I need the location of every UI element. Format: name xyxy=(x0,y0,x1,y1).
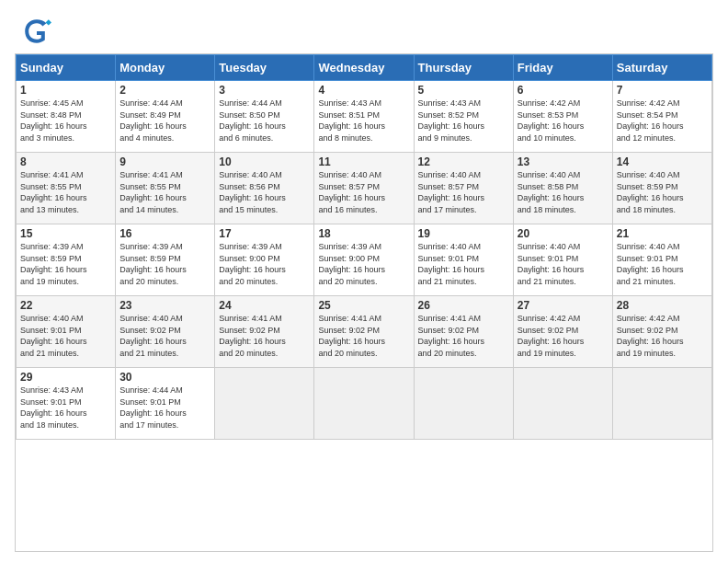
day-cell: 26Sunrise: 4:41 AM Sunset: 9:02 PM Dayli… xyxy=(414,296,513,368)
day-cell: 15Sunrise: 4:39 AM Sunset: 8:59 PM Dayli… xyxy=(17,224,116,296)
day-number: 4 xyxy=(318,84,409,97)
day-number: 23 xyxy=(119,299,210,312)
day-info: Sunrise: 4:43 AM Sunset: 9:01 PM Dayligh… xyxy=(20,385,111,431)
day-number: 30 xyxy=(119,371,210,384)
day-cell: 19Sunrise: 4:40 AM Sunset: 9:01 PM Dayli… xyxy=(414,224,513,296)
day-cell: 11Sunrise: 4:40 AM Sunset: 8:57 PM Dayli… xyxy=(314,153,414,224)
header-cell-saturday: Saturday xyxy=(612,55,711,81)
day-cell: 17Sunrise: 4:39 AM Sunset: 9:00 PM Dayli… xyxy=(215,224,314,296)
day-cell: 8Sunrise: 4:41 AM Sunset: 8:55 PM Daylig… xyxy=(17,153,116,224)
day-info: Sunrise: 4:40 AM Sunset: 8:59 PM Dayligh… xyxy=(617,169,708,215)
day-cell: 9Sunrise: 4:41 AM Sunset: 8:55 PM Daylig… xyxy=(116,153,215,224)
day-number: 2 xyxy=(119,84,210,97)
day-cell: 27Sunrise: 4:42 AM Sunset: 9:02 PM Dayli… xyxy=(513,296,612,368)
day-info: Sunrise: 4:45 AM Sunset: 8:48 PM Dayligh… xyxy=(20,98,111,144)
day-info: Sunrise: 4:44 AM Sunset: 8:49 PM Dayligh… xyxy=(119,98,210,144)
day-info: Sunrise: 4:40 AM Sunset: 9:01 PM Dayligh… xyxy=(518,241,609,287)
day-cell xyxy=(314,368,414,440)
day-number: 18 xyxy=(318,227,409,240)
day-cell xyxy=(513,368,612,440)
day-number: 9 xyxy=(119,155,210,168)
day-number: 7 xyxy=(617,84,708,97)
day-cell: 16Sunrise: 4:39 AM Sunset: 8:59 PM Dayli… xyxy=(116,224,215,296)
day-cell: 29Sunrise: 4:43 AM Sunset: 9:01 PM Dayli… xyxy=(17,368,116,440)
day-cell: 21Sunrise: 4:40 AM Sunset: 9:01 PM Dayli… xyxy=(612,224,711,296)
day-cell: 2Sunrise: 4:44 AM Sunset: 8:49 PM Daylig… xyxy=(116,81,215,153)
day-number: 20 xyxy=(518,227,609,240)
day-number: 21 xyxy=(617,227,708,240)
day-number: 25 xyxy=(318,299,409,312)
header-cell-sunday: Sunday xyxy=(17,55,116,81)
day-cell: 23Sunrise: 4:40 AM Sunset: 9:02 PM Dayli… xyxy=(116,296,215,368)
day-cell: 6Sunrise: 4:42 AM Sunset: 8:53 PM Daylig… xyxy=(513,81,612,153)
day-cell: 28Sunrise: 4:42 AM Sunset: 9:02 PM Dayli… xyxy=(612,296,711,368)
day-number: 13 xyxy=(518,155,609,168)
day-info: Sunrise: 4:42 AM Sunset: 8:54 PM Dayligh… xyxy=(617,98,708,144)
calendar: SundayMondayTuesdayWednesdayThursdayFrid… xyxy=(15,53,713,552)
calendar-table: SundayMondayTuesdayWednesdayThursdayFrid… xyxy=(16,54,712,440)
day-number: 26 xyxy=(418,299,509,312)
day-number: 11 xyxy=(318,155,409,168)
calendar-header: SundayMondayTuesdayWednesdayThursdayFrid… xyxy=(17,55,712,81)
day-info: Sunrise: 4:40 AM Sunset: 8:58 PM Dayligh… xyxy=(518,169,609,215)
day-number: 16 xyxy=(119,227,210,240)
day-info: Sunrise: 4:42 AM Sunset: 8:53 PM Dayligh… xyxy=(518,98,609,144)
day-info: Sunrise: 4:40 AM Sunset: 9:01 PM Dayligh… xyxy=(418,241,509,287)
day-number: 19 xyxy=(418,227,509,240)
day-cell: 1Sunrise: 4:45 AM Sunset: 8:48 PM Daylig… xyxy=(17,81,116,153)
day-info: Sunrise: 4:43 AM Sunset: 8:52 PM Dayligh… xyxy=(418,98,509,144)
day-info: Sunrise: 4:44 AM Sunset: 9:01 PM Dayligh… xyxy=(119,385,210,431)
header-cell-wednesday: Wednesday xyxy=(314,55,414,81)
day-number: 22 xyxy=(20,299,111,312)
day-cell: 13Sunrise: 4:40 AM Sunset: 8:58 PM Dayli… xyxy=(513,153,612,224)
day-cell: 7Sunrise: 4:42 AM Sunset: 8:54 PM Daylig… xyxy=(612,81,711,153)
header-cell-tuesday: Tuesday xyxy=(215,55,314,81)
header-cell-monday: Monday xyxy=(116,55,215,81)
day-info: Sunrise: 4:42 AM Sunset: 9:02 PM Dayligh… xyxy=(617,313,708,359)
day-number: 12 xyxy=(418,155,509,168)
day-info: Sunrise: 4:41 AM Sunset: 8:55 PM Dayligh… xyxy=(20,169,111,215)
day-cell: 12Sunrise: 4:40 AM Sunset: 8:57 PM Dayli… xyxy=(414,153,513,224)
week-row-0: 1Sunrise: 4:45 AM Sunset: 8:48 PM Daylig… xyxy=(17,81,712,153)
day-number: 24 xyxy=(219,299,310,312)
day-number: 14 xyxy=(617,155,708,168)
day-cell xyxy=(612,368,711,440)
day-number: 1 xyxy=(20,84,111,97)
day-cell: 14Sunrise: 4:40 AM Sunset: 8:59 PM Dayli… xyxy=(612,153,711,224)
day-number: 28 xyxy=(617,299,708,312)
day-info: Sunrise: 4:42 AM Sunset: 9:02 PM Dayligh… xyxy=(518,313,609,359)
week-row-3: 22Sunrise: 4:40 AM Sunset: 9:01 PM Dayli… xyxy=(17,296,712,368)
week-row-2: 15Sunrise: 4:39 AM Sunset: 8:59 PM Dayli… xyxy=(17,224,712,296)
day-cell: 3Sunrise: 4:44 AM Sunset: 8:50 PM Daylig… xyxy=(215,81,314,153)
day-number: 3 xyxy=(219,84,310,97)
day-number: 6 xyxy=(518,84,609,97)
day-info: Sunrise: 4:40 AM Sunset: 8:56 PM Dayligh… xyxy=(219,169,310,215)
day-info: Sunrise: 4:39 AM Sunset: 9:00 PM Dayligh… xyxy=(318,241,409,287)
day-info: Sunrise: 4:41 AM Sunset: 8:55 PM Dayligh… xyxy=(119,169,210,215)
day-info: Sunrise: 4:41 AM Sunset: 9:02 PM Dayligh… xyxy=(219,313,310,359)
day-info: Sunrise: 4:40 AM Sunset: 8:57 PM Dayligh… xyxy=(318,169,409,215)
page: SundayMondayTuesdayWednesdayThursdayFrid… xyxy=(0,0,728,563)
day-cell: 24Sunrise: 4:41 AM Sunset: 9:02 PM Dayli… xyxy=(215,296,314,368)
day-info: Sunrise: 4:44 AM Sunset: 8:50 PM Dayligh… xyxy=(219,98,310,144)
day-number: 29 xyxy=(20,371,111,384)
logo-icon xyxy=(22,17,51,46)
day-cell: 18Sunrise: 4:39 AM Sunset: 9:00 PM Dayli… xyxy=(314,224,414,296)
day-info: Sunrise: 4:39 AM Sunset: 8:59 PM Dayligh… xyxy=(20,241,111,287)
header-cell-friday: Friday xyxy=(513,55,612,81)
day-number: 8 xyxy=(20,155,111,168)
day-info: Sunrise: 4:40 AM Sunset: 9:01 PM Dayligh… xyxy=(617,241,708,287)
header xyxy=(0,0,728,53)
day-cell: 30Sunrise: 4:44 AM Sunset: 9:01 PM Dayli… xyxy=(116,368,215,440)
day-number: 15 xyxy=(20,227,111,240)
logo xyxy=(22,17,55,46)
day-number: 27 xyxy=(518,299,609,312)
header-row: SundayMondayTuesdayWednesdayThursdayFrid… xyxy=(17,55,712,81)
day-number: 10 xyxy=(219,155,310,168)
day-info: Sunrise: 4:39 AM Sunset: 9:00 PM Dayligh… xyxy=(219,241,310,287)
week-row-4: 29Sunrise: 4:43 AM Sunset: 9:01 PM Dayli… xyxy=(17,368,712,440)
day-info: Sunrise: 4:40 AM Sunset: 9:02 PM Dayligh… xyxy=(119,313,210,359)
day-cell xyxy=(414,368,513,440)
day-info: Sunrise: 4:41 AM Sunset: 9:02 PM Dayligh… xyxy=(418,313,509,359)
day-cell: 25Sunrise: 4:41 AM Sunset: 9:02 PM Dayli… xyxy=(314,296,414,368)
